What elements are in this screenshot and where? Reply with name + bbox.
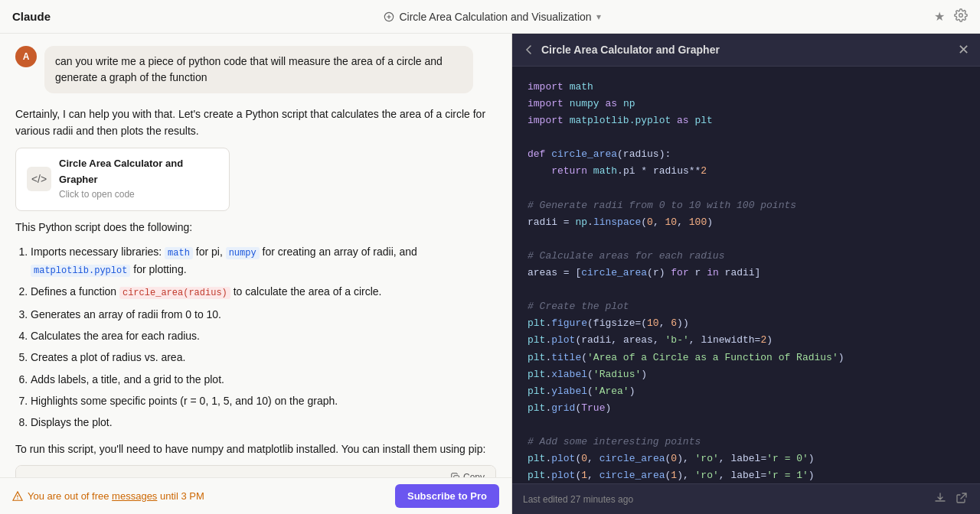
code-block-header: Copy [16, 466, 495, 477]
code-line: plt.figure(figsize=(10, 6)) [528, 315, 965, 332]
code-line: radii = np.linspace(0, 10, 100) [528, 214, 965, 231]
code-line: plt.plot(radii, areas, 'b-', linewidth=2… [528, 332, 965, 349]
star-button[interactable]: ★ [934, 9, 945, 24]
pip-code-block: Copy pip install numpy matplotlib [15, 465, 496, 477]
warning-icon [12, 491, 23, 502]
artifact-info: Circle Area Calculator and Grapher Click… [59, 156, 218, 203]
list-item: Defines a function circle_area(radius) t… [31, 283, 496, 301]
run-note: To run this script, you'll need to have … [15, 441, 496, 457]
copy-label: Copy [463, 472, 485, 477]
list-item: Creates a plot of radius vs. area. [31, 349, 496, 366]
list-intro: This Python script does the following: [15, 219, 496, 236]
matplotlib-code: matplotlib.pyplot [31, 265, 130, 277]
code-line: # Calculate areas for each radius [528, 248, 965, 265]
star-icon: ★ [934, 10, 945, 23]
artifact-title: Circle Area Calculator and Grapher [59, 156, 218, 188]
code-content: import math import numpy as np import ma… [528, 79, 965, 483]
svg-point-4 [17, 498, 18, 499]
code-line [528, 417, 965, 434]
code-line: # Add some interesting points [528, 434, 965, 451]
code-line: # Create the plot [528, 298, 965, 315]
artifact-subtitle: Click to open code [59, 187, 218, 202]
artifact-card[interactable]: </> Circle Area Calculator and Grapher C… [15, 148, 230, 211]
list-item: Generates an array of radii from 0 to 10… [31, 306, 496, 323]
math-code: math [165, 247, 193, 259]
code-line [528, 129, 965, 146]
right-footer-actions [933, 490, 969, 508]
code-line: # Generate radii from 0 to 10 with 100 p… [528, 197, 965, 214]
avatar: A [15, 46, 37, 67]
code-line: plt.plot(0, circle_area(0), 'ro', label=… [528, 451, 965, 467]
external-link-icon [956, 492, 968, 504]
code-line: def circle_area(radius): [528, 146, 965, 163]
list-item: Adds labels, a title, and a grid to the … [31, 371, 496, 388]
list-item: Imports necessary libraries: math for pi… [31, 243, 496, 278]
code-line [528, 181, 965, 197]
assistant-message: Certainly, I can help you with that. Let… [15, 106, 496, 477]
last-edited-text: Last edited 27 minutes ago [523, 494, 633, 505]
code-line: plt.title('Area of a Circle as a Functio… [528, 350, 965, 366]
chevron-down-icon: ▾ [596, 11, 601, 22]
code-line: import numpy as np [528, 96, 965, 112]
topbar-actions: ★ [934, 8, 968, 25]
list-item: Calculates the area for each radius. [31, 327, 496, 344]
chat-area: A can you write me a piece of python cod… [0, 34, 511, 477]
title-text: Circle Area Calculation and Visualizatio… [399, 11, 591, 23]
bottom-bar: You are out of free messages until 3 PM … [0, 477, 511, 514]
code-line [528, 231, 965, 248]
code-line: plt.xlabel('Radius') [528, 366, 965, 383]
subscribe-button[interactable]: Subscribe to Pro [395, 484, 499, 508]
conversation-title[interactable]: Circle Area Calculation and Visualizatio… [384, 11, 600, 23]
code-line: plt.plot(1, circle_area(1), 'ro', label=… [528, 467, 965, 483]
out-of-free-notice: You are out of free messages until 3 PM [12, 490, 204, 502]
assistant-intro: Certainly, I can help you with that. Let… [15, 106, 496, 140]
right-header: Circle Area Calculator and Grapher ✕ [512, 34, 980, 67]
code-line: plt.ylabel('Area') [528, 383, 965, 400]
topbar: Claude Circle Area Calculation and Visua… [0, 0, 980, 34]
app-logo: Claude [12, 10, 51, 23]
user-message: A can you write me a piece of python cod… [15, 46, 496, 93]
messages-link[interactable]: messages [112, 490, 157, 502]
user-bubble: can you write me a piece of python code … [44, 46, 473, 93]
main-layout: A can you write me a piece of python cod… [0, 34, 980, 514]
back-arrow-icon [523, 44, 535, 56]
left-panel: A can you write me a piece of python cod… [0, 34, 511, 514]
close-button[interactable]: ✕ [958, 41, 969, 58]
copy-button[interactable]: Copy [448, 470, 488, 477]
list-item: Displays the plot. [31, 414, 496, 431]
numpy-code: numpy [226, 247, 260, 259]
right-panel: Circle Area Calculator and Grapher ✕ imp… [511, 34, 980, 514]
gear-icon [954, 11, 968, 24]
code-icon: </> [27, 167, 51, 191]
code-line: return math.pi * radius**2 [528, 163, 965, 180]
external-link-button[interactable] [954, 490, 969, 508]
warning-text: You are out of free messages until 3 PM [28, 490, 204, 502]
back-button[interactable] [523, 44, 535, 56]
chat-icon [384, 11, 394, 22]
svg-point-1 [959, 13, 963, 17]
download-button[interactable] [933, 490, 948, 508]
settings-button[interactable] [954, 8, 968, 25]
code-line: areas = [circle_area(r) for r in radii] [528, 265, 965, 281]
right-footer: Last edited 27 minutes ago [512, 483, 980, 514]
code-viewer: import math import numpy as np import ma… [512, 67, 980, 483]
right-panel-title: Circle Area Calculator and Grapher [541, 44, 720, 56]
code-line: import math [528, 79, 965, 96]
code-line [528, 281, 965, 298]
download-icon [934, 492, 946, 504]
feature-list: Imports necessary libraries: math for pi… [15, 243, 496, 431]
code-line: import matplotlib.pyplot as plt [528, 112, 965, 129]
list-item: Highlights some specific points (r = 0, … [31, 392, 496, 409]
right-header-left: Circle Area Calculator and Grapher [523, 44, 720, 56]
func-code: circle_area(radius) [119, 287, 230, 299]
code-line: plt.grid(True) [528, 400, 965, 417]
